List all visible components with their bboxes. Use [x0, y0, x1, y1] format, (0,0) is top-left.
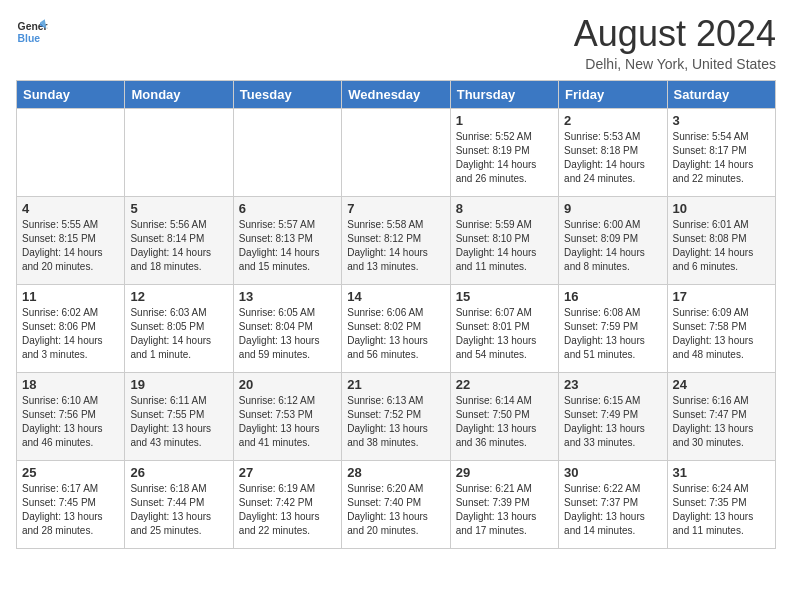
- day-number: 1: [456, 113, 553, 128]
- week-row-1: 4Sunrise: 5:55 AM Sunset: 8:15 PM Daylig…: [17, 197, 776, 285]
- cell-content: Sunrise: 6:09 AM Sunset: 7:58 PM Dayligh…: [673, 306, 770, 362]
- calendar-cell: 23Sunrise: 6:15 AM Sunset: 7:49 PM Dayli…: [559, 373, 667, 461]
- day-number: 14: [347, 289, 444, 304]
- calendar-cell: 11Sunrise: 6:02 AM Sunset: 8:06 PM Dayli…: [17, 285, 125, 373]
- calendar-cell: 30Sunrise: 6:22 AM Sunset: 7:37 PM Dayli…: [559, 461, 667, 549]
- calendar-cell: 29Sunrise: 6:21 AM Sunset: 7:39 PM Dayli…: [450, 461, 558, 549]
- calendar-cell: 28Sunrise: 6:20 AM Sunset: 7:40 PM Dayli…: [342, 461, 450, 549]
- day-number: 2: [564, 113, 661, 128]
- col-header-wednesday: Wednesday: [342, 81, 450, 109]
- day-number: 18: [22, 377, 119, 392]
- calendar-table: SundayMondayTuesdayWednesdayThursdayFrid…: [16, 80, 776, 549]
- cell-content: Sunrise: 5:55 AM Sunset: 8:15 PM Dayligh…: [22, 218, 119, 274]
- calendar-cell: [17, 109, 125, 197]
- cell-content: Sunrise: 6:20 AM Sunset: 7:40 PM Dayligh…: [347, 482, 444, 538]
- calendar-cell: 21Sunrise: 6:13 AM Sunset: 7:52 PM Dayli…: [342, 373, 450, 461]
- calendar-cell: 24Sunrise: 6:16 AM Sunset: 7:47 PM Dayli…: [667, 373, 775, 461]
- calendar-cell: 25Sunrise: 6:17 AM Sunset: 7:45 PM Dayli…: [17, 461, 125, 549]
- cell-content: Sunrise: 6:11 AM Sunset: 7:55 PM Dayligh…: [130, 394, 227, 450]
- cell-content: Sunrise: 6:24 AM Sunset: 7:35 PM Dayligh…: [673, 482, 770, 538]
- calendar-cell: 4Sunrise: 5:55 AM Sunset: 8:15 PM Daylig…: [17, 197, 125, 285]
- cell-content: Sunrise: 6:12 AM Sunset: 7:53 PM Dayligh…: [239, 394, 336, 450]
- calendar-cell: 15Sunrise: 6:07 AM Sunset: 8:01 PM Dayli…: [450, 285, 558, 373]
- cell-content: Sunrise: 5:58 AM Sunset: 8:12 PM Dayligh…: [347, 218, 444, 274]
- svg-text:Blue: Blue: [18, 33, 41, 44]
- calendar-cell: 8Sunrise: 5:59 AM Sunset: 8:10 PM Daylig…: [450, 197, 558, 285]
- day-number: 27: [239, 465, 336, 480]
- calendar-cell: 18Sunrise: 6:10 AM Sunset: 7:56 PM Dayli…: [17, 373, 125, 461]
- cell-content: Sunrise: 5:54 AM Sunset: 8:17 PM Dayligh…: [673, 130, 770, 186]
- calendar-cell: 6Sunrise: 5:57 AM Sunset: 8:13 PM Daylig…: [233, 197, 341, 285]
- day-number: 22: [456, 377, 553, 392]
- logo-icon: General Blue: [16, 16, 48, 48]
- location: Delhi, New York, United States: [574, 56, 776, 72]
- cell-content: Sunrise: 6:02 AM Sunset: 8:06 PM Dayligh…: [22, 306, 119, 362]
- week-row-0: 1Sunrise: 5:52 AM Sunset: 8:19 PM Daylig…: [17, 109, 776, 197]
- day-number: 12: [130, 289, 227, 304]
- cell-content: Sunrise: 5:59 AM Sunset: 8:10 PM Dayligh…: [456, 218, 553, 274]
- cell-content: Sunrise: 6:07 AM Sunset: 8:01 PM Dayligh…: [456, 306, 553, 362]
- cell-content: Sunrise: 6:05 AM Sunset: 8:04 PM Dayligh…: [239, 306, 336, 362]
- day-number: 17: [673, 289, 770, 304]
- col-header-monday: Monday: [125, 81, 233, 109]
- calendar-cell: 13Sunrise: 6:05 AM Sunset: 8:04 PM Dayli…: [233, 285, 341, 373]
- day-number: 20: [239, 377, 336, 392]
- calendar-cell: [233, 109, 341, 197]
- cell-content: Sunrise: 6:22 AM Sunset: 7:37 PM Dayligh…: [564, 482, 661, 538]
- calendar-cell: 14Sunrise: 6:06 AM Sunset: 8:02 PM Dayli…: [342, 285, 450, 373]
- calendar-cell: 22Sunrise: 6:14 AM Sunset: 7:50 PM Dayli…: [450, 373, 558, 461]
- col-header-friday: Friday: [559, 81, 667, 109]
- day-number: 24: [673, 377, 770, 392]
- cell-content: Sunrise: 6:00 AM Sunset: 8:09 PM Dayligh…: [564, 218, 661, 274]
- cell-content: Sunrise: 5:57 AM Sunset: 8:13 PM Dayligh…: [239, 218, 336, 274]
- day-number: 28: [347, 465, 444, 480]
- calendar-cell: 12Sunrise: 6:03 AM Sunset: 8:05 PM Dayli…: [125, 285, 233, 373]
- cell-content: Sunrise: 6:01 AM Sunset: 8:08 PM Dayligh…: [673, 218, 770, 274]
- cell-content: Sunrise: 6:21 AM Sunset: 7:39 PM Dayligh…: [456, 482, 553, 538]
- week-row-4: 25Sunrise: 6:17 AM Sunset: 7:45 PM Dayli…: [17, 461, 776, 549]
- cell-content: Sunrise: 6:19 AM Sunset: 7:42 PM Dayligh…: [239, 482, 336, 538]
- col-header-tuesday: Tuesday: [233, 81, 341, 109]
- calendar-cell: 10Sunrise: 6:01 AM Sunset: 8:08 PM Dayli…: [667, 197, 775, 285]
- week-row-3: 18Sunrise: 6:10 AM Sunset: 7:56 PM Dayli…: [17, 373, 776, 461]
- cell-content: Sunrise: 5:53 AM Sunset: 8:18 PM Dayligh…: [564, 130, 661, 186]
- cell-content: Sunrise: 6:17 AM Sunset: 7:45 PM Dayligh…: [22, 482, 119, 538]
- calendar-cell: [125, 109, 233, 197]
- day-number: 8: [456, 201, 553, 216]
- day-number: 11: [22, 289, 119, 304]
- cell-content: Sunrise: 6:14 AM Sunset: 7:50 PM Dayligh…: [456, 394, 553, 450]
- calendar-cell: 19Sunrise: 6:11 AM Sunset: 7:55 PM Dayli…: [125, 373, 233, 461]
- day-number: 25: [22, 465, 119, 480]
- day-number: 9: [564, 201, 661, 216]
- calendar-cell: 2Sunrise: 5:53 AM Sunset: 8:18 PM Daylig…: [559, 109, 667, 197]
- calendar-cell: 17Sunrise: 6:09 AM Sunset: 7:58 PM Dayli…: [667, 285, 775, 373]
- day-number: 4: [22, 201, 119, 216]
- calendar-cell: 31Sunrise: 6:24 AM Sunset: 7:35 PM Dayli…: [667, 461, 775, 549]
- day-number: 29: [456, 465, 553, 480]
- day-number: 21: [347, 377, 444, 392]
- cell-content: Sunrise: 6:18 AM Sunset: 7:44 PM Dayligh…: [130, 482, 227, 538]
- day-number: 6: [239, 201, 336, 216]
- month-year: August 2024: [574, 16, 776, 52]
- day-number: 23: [564, 377, 661, 392]
- day-number: 30: [564, 465, 661, 480]
- col-header-saturday: Saturday: [667, 81, 775, 109]
- day-number: 19: [130, 377, 227, 392]
- day-number: 3: [673, 113, 770, 128]
- cell-content: Sunrise: 6:15 AM Sunset: 7:49 PM Dayligh…: [564, 394, 661, 450]
- calendar-cell: [342, 109, 450, 197]
- cell-content: Sunrise: 6:16 AM Sunset: 7:47 PM Dayligh…: [673, 394, 770, 450]
- calendar-cell: 1Sunrise: 5:52 AM Sunset: 8:19 PM Daylig…: [450, 109, 558, 197]
- cell-content: Sunrise: 6:10 AM Sunset: 7:56 PM Dayligh…: [22, 394, 119, 450]
- cell-content: Sunrise: 5:56 AM Sunset: 8:14 PM Dayligh…: [130, 218, 227, 274]
- calendar-cell: 7Sunrise: 5:58 AM Sunset: 8:12 PM Daylig…: [342, 197, 450, 285]
- col-header-sunday: Sunday: [17, 81, 125, 109]
- calendar-cell: 5Sunrise: 5:56 AM Sunset: 8:14 PM Daylig…: [125, 197, 233, 285]
- calendar-cell: 3Sunrise: 5:54 AM Sunset: 8:17 PM Daylig…: [667, 109, 775, 197]
- day-number: 10: [673, 201, 770, 216]
- cell-content: Sunrise: 6:06 AM Sunset: 8:02 PM Dayligh…: [347, 306, 444, 362]
- logo: General Blue: [16, 16, 48, 48]
- day-number: 15: [456, 289, 553, 304]
- day-number: 13: [239, 289, 336, 304]
- day-number: 26: [130, 465, 227, 480]
